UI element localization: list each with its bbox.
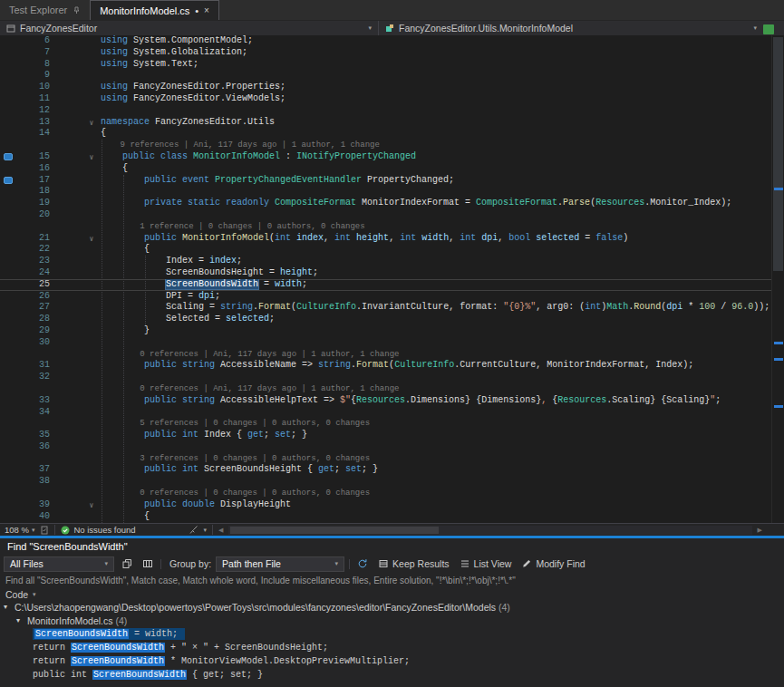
result-text: return bbox=[33, 656, 71, 666]
fold-toggle-icon[interactable]: ∨ bbox=[84, 117, 99, 129]
scope-dropdown[interactable]: All Files ▾ bbox=[4, 556, 114, 572]
scroll-left-icon[interactable]: ◀ bbox=[218, 527, 223, 534]
code-line[interactable]: 13∨namespace FancyZonesEditor.Utils bbox=[0, 117, 784, 129]
code-line[interactable]: 30 bbox=[0, 337, 784, 349]
chevron-down-icon[interactable]: ▾ bbox=[204, 527, 208, 534]
code-line[interactable]: 17 public event PropertyChangedEventHand… bbox=[0, 175, 784, 187]
code-editor[interactable]: 6using System.ComponentModel;7using Syst… bbox=[0, 35, 784, 523]
glyph-margin bbox=[0, 441, 15, 453]
editor-vertical-scrollbar[interactable] bbox=[771, 35, 784, 523]
find-result-row[interactable]: return ScreenBoundsWidth + " × " + Scree… bbox=[0, 641, 784, 654]
codelens-row[interactable]: 1 reference | 0 changes | 0 authors, 0 c… bbox=[0, 221, 784, 233]
columns-options-button[interactable] bbox=[140, 556, 156, 571]
scrollbar-thumb[interactable] bbox=[773, 37, 783, 271]
find-result-row[interactable]: return ScreenBoundsWidth * MonitorViewMo… bbox=[0, 654, 784, 668]
tab-monitorinfomodel[interactable]: MonitorInfoModel.cs • × bbox=[90, 0, 219, 20]
group-by-dropdown[interactable]: Path then File ▾ bbox=[216, 556, 344, 572]
horizontal-scrollbar[interactable] bbox=[228, 526, 751, 535]
code-line[interactable]: 7using System.Globalization; bbox=[0, 47, 784, 59]
code-line[interactable]: 24 ScreenBoundsHeight = height; bbox=[0, 267, 784, 279]
close-icon[interactable]: × bbox=[204, 5, 209, 15]
codelens-row[interactable]: 5 references | 0 changes | 0 authors, 0 … bbox=[0, 418, 784, 430]
code-line[interactable]: 25 ScreenBoundsWidth = width; bbox=[0, 279, 784, 291]
fold-margin bbox=[84, 59, 99, 71]
list-view-button[interactable]: List View bbox=[457, 556, 515, 571]
code-line[interactable]: 10using FancyZonesEditor.Properties; bbox=[0, 82, 784, 93]
code-line[interactable]: 39∨ public double DisplayHeight bbox=[0, 499, 784, 511]
split-window-button[interactable] bbox=[763, 24, 774, 34]
code-line[interactable]: 36 bbox=[0, 441, 784, 453]
zoom-control[interactable]: 108 % ▾ bbox=[5, 525, 34, 535]
pin-icon[interactable] bbox=[73, 6, 81, 15]
codelens-row[interactable]: 0 references | Ani, 117 days ago | 1 aut… bbox=[0, 349, 784, 361]
keep-results-button[interactable]: Keep Results bbox=[375, 556, 451, 571]
code-line[interactable]: 31 public string AccessibleName => strin… bbox=[0, 360, 784, 372]
code-line[interactable]: 6using System.ComponentModel; bbox=[0, 35, 784, 47]
code-line[interactable]: 14{ bbox=[0, 128, 784, 140]
glyph-margin bbox=[0, 291, 15, 303]
code-line[interactable]: 37 public int ScreenBoundsHeight { get; … bbox=[0, 464, 784, 476]
code-cleanup-icon[interactable] bbox=[189, 525, 198, 535]
code-line[interactable]: 19 private static readonly CompositeForm… bbox=[0, 198, 784, 209]
gutter-spacer bbox=[59, 175, 84, 187]
code-line[interactable]: 40 { bbox=[0, 511, 784, 523]
code-line[interactable]: 8using System.Text; bbox=[0, 59, 784, 71]
code-line[interactable]: 16 { bbox=[0, 163, 784, 175]
code-token: ; bbox=[313, 267, 318, 277]
project-icon bbox=[6, 24, 15, 33]
document-health-icon[interactable] bbox=[40, 526, 49, 535]
code-line[interactable]: 33 public string AccessibleHelpText => $… bbox=[0, 395, 784, 407]
project-dropdown[interactable]: FancyZonesEditor ▾ bbox=[0, 21, 379, 35]
code-line[interactable]: 11using FancyZonesEditor.ViewModels; bbox=[0, 93, 784, 105]
codelens-row[interactable]: 0 references | Ani, 117 days ago | 1 aut… bbox=[0, 383, 784, 395]
code-line[interactable]: 29 } bbox=[0, 325, 784, 337]
issues-indicator[interactable]: No issues found bbox=[61, 525, 135, 535]
scrollbar-thumb[interactable] bbox=[230, 527, 439, 534]
find-result-group[interactable]: ▾MonitorInfoModel.cs (4) bbox=[0, 614, 784, 627]
code-line[interactable]: 23 Index = index; bbox=[0, 256, 784, 267]
code-text: ScreenBoundsWidth = width; bbox=[99, 279, 784, 291]
find-result-row[interactable]: public int ScreenBoundsWidth { get; set;… bbox=[0, 668, 784, 682]
code-line[interactable]: 12 bbox=[0, 105, 784, 117]
fold-toggle-icon[interactable]: ∨ bbox=[84, 151, 99, 163]
tree-expand-icon[interactable]: ▾ bbox=[16, 616, 27, 624]
glyph-margin bbox=[0, 314, 15, 325]
code-line[interactable]: 28 Selected = selected; bbox=[0, 314, 784, 325]
glyph-margin bbox=[0, 337, 15, 349]
member-dropdown[interactable]: FancyZonesEditor.Utils.MonitorInfoModel … bbox=[379, 21, 784, 35]
code-line[interactable]: 22 { bbox=[0, 244, 784, 256]
scroll-right-icon[interactable]: ▶ bbox=[758, 527, 762, 534]
code-token: { bbox=[101, 511, 150, 521]
tree-expand-icon[interactable]: ▾ bbox=[4, 603, 15, 611]
copy-results-button[interactable] bbox=[119, 556, 135, 571]
tab-test-explorer[interactable]: Test Explorer bbox=[0, 0, 90, 20]
code-line[interactable]: 32 bbox=[0, 372, 784, 383]
code-line[interactable]: 27 Scaling = string.Format(CultureInfo.I… bbox=[0, 302, 784, 314]
code-line[interactable]: 18 bbox=[0, 186, 784, 198]
find-result-row[interactable]: ScreenBoundsWidth = width; bbox=[0, 627, 784, 641]
repeat-find-button[interactable] bbox=[354, 556, 371, 571]
code-line[interactable]: 21∨ public MonitorInfoModel(int index, i… bbox=[0, 233, 784, 245]
code-line[interactable]: 34 bbox=[0, 407, 784, 419]
modify-find-button[interactable]: Modify Find bbox=[518, 556, 587, 571]
glyph-margin bbox=[0, 267, 15, 279]
code-line[interactable]: 20 bbox=[0, 209, 784, 221]
code-line[interactable]: 35 public int Index { get; set; } bbox=[0, 430, 784, 441]
results-section-header[interactable]: Code ▾ bbox=[0, 587, 784, 600]
codelens-row[interactable]: 0 references | 0 changes | 0 authors, 0 … bbox=[0, 488, 784, 499]
find-result-group[interactable]: ▾C:\Users\zhaopengwang\Desktop\powertoys… bbox=[0, 600, 784, 614]
code-text: 1 reference | 0 changes | 0 authors, 0 c… bbox=[99, 221, 784, 233]
bookmark-icon[interactable] bbox=[4, 177, 13, 184]
code-line[interactable]: 9 bbox=[0, 70, 784, 82]
fold-toggle-icon[interactable]: ∨ bbox=[84, 499, 99, 511]
glyph-margin bbox=[0, 476, 15, 488]
code-token: { bbox=[101, 128, 106, 138]
codelens-row[interactable]: 9 references | Ani, 117 days ago | 1 aut… bbox=[0, 140, 784, 151]
fold-toggle-icon[interactable]: ∨ bbox=[84, 233, 99, 245]
code-line[interactable]: 38 bbox=[0, 476, 784, 488]
codelens-row[interactable]: 3 references | 0 changes | 0 authors, 0 … bbox=[0, 453, 784, 465]
code-line[interactable]: 15∨ public class MonitorInfoModel : INot… bbox=[0, 151, 784, 163]
line-number: 39 bbox=[15, 499, 59, 511]
bookmark-icon[interactable] bbox=[4, 153, 13, 160]
code-line[interactable]: 26 DPI = dpi; bbox=[0, 291, 784, 303]
